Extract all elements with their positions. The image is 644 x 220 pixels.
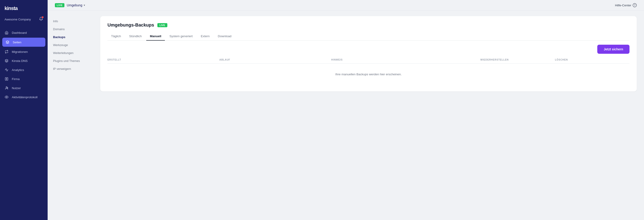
live-badge: LIVE: [55, 3, 64, 7]
sidebar-item-label: Kinsta DNS: [12, 59, 28, 62]
sidebar-item-label: Aktivitätenprotokoll: [12, 96, 38, 99]
tab-stuendlich[interactable]: Stündlich: [126, 32, 146, 40]
sidebar-item-label: Firma: [12, 77, 20, 81]
topbar-left: LIVE Umgebung ▾: [55, 3, 85, 7]
kinsta-logo: kinsta: [4, 5, 25, 13]
company-area: Awesome Company: [0, 17, 48, 26]
sidebar-item-firma[interactable]: Firma: [0, 74, 48, 84]
table-header: ERSTELLT ABLAUF HINWEIS WIEDERHERSTELLEN…: [108, 56, 630, 64]
tab-system[interactable]: System generiert: [166, 32, 196, 40]
svg-point-3: [6, 87, 7, 88]
col-wiederherstellen: WIEDERHERSTELLEN: [480, 58, 555, 61]
sidebar-item-seiten[interactable]: Seiten: [2, 38, 45, 47]
sidebar-nav: Dashboard Seiten Migrationen Kinsta DNS: [0, 26, 48, 104]
svg-text:kinsta: kinsta: [4, 6, 18, 11]
sidebar-item-analytics[interactable]: Analytics: [0, 65, 48, 74]
sidebar-item-dashboard[interactable]: Dashboard: [0, 28, 48, 37]
sidebar-item-kinsta-dns[interactable]: Kinsta DNS: [0, 56, 48, 65]
logo-area: kinsta: [0, 0, 48, 17]
sidebar-item-aktivitaet[interactable]: Aktivitätenprotokoll: [0, 92, 48, 102]
dns-icon: [4, 59, 8, 63]
chevron-down-icon: ▾: [84, 4, 85, 7]
sec-nav-domains[interactable]: Domains: [48, 26, 93, 33]
sec-nav-backups[interactable]: Backups: [48, 33, 93, 41]
user-add-icon: [4, 86, 8, 90]
help-circle-icon: ?: [633, 3, 637, 7]
table-empty-message: Ihre manuellen Backups werden hier ersch…: [108, 64, 630, 85]
sec-nav-werkzeuge[interactable]: Werkzeuge: [48, 41, 93, 49]
sidebar-item-label: Seiten: [13, 40, 21, 44]
notification-bell[interactable]: [39, 17, 43, 22]
sidebar-item-migrationen[interactable]: Migrationen: [0, 47, 48, 56]
arrows-icon: [4, 50, 8, 54]
main-area: LIVE Umgebung ▾ Hilfe-Center ? Info Doma…: [48, 0, 644, 220]
tab-extern[interactable]: Extern: [197, 32, 213, 40]
col-loeschen: LÖSCHEN: [555, 58, 630, 61]
col-ablauf: ABLAUF: [219, 58, 331, 61]
sidebar-item-nutzer[interactable]: Nutzer: [0, 84, 48, 92]
company-name: Awesome Company: [4, 18, 31, 21]
sec-nav-weiterleitungen[interactable]: Weiterleitungen: [48, 49, 93, 57]
sidebar-item-label: Dashboard: [12, 31, 27, 34]
tab-download[interactable]: Download: [214, 32, 235, 40]
sidebar-item-label: Migrationen: [12, 50, 28, 54]
card-header: Umgebungs-Backups LIVE: [108, 22, 630, 28]
tab-manuell[interactable]: Manuell: [146, 32, 165, 40]
layers-icon: [6, 40, 10, 44]
page-content: Umgebungs-Backups LIVE Täglich Stündlich…: [93, 11, 644, 220]
jetzt-sichern-button[interactable]: Jetzt sichern: [597, 45, 630, 54]
notification-dot: [42, 16, 44, 18]
eye-icon: [4, 95, 8, 99]
environment-dropdown[interactable]: Umgebung ▾: [67, 4, 85, 7]
col-erstellt: ERSTELLT: [108, 58, 219, 61]
sidebar: kinsta Awesome Company Dashboard Seiten: [0, 0, 48, 220]
environment-label: Umgebung: [67, 4, 82, 7]
secondary-nav: Info Domains Backups Werkzeuge Weiterlei…: [48, 11, 93, 220]
content-area: Info Domains Backups Werkzeuge Weiterlei…: [48, 11, 644, 220]
sec-nav-plugins[interactable]: Plugins und Themes: [48, 57, 93, 65]
sidebar-item-label: Analytics: [12, 68, 24, 72]
backup-card: Umgebungs-Backups LIVE Täglich Stündlich…: [100, 16, 637, 92]
sec-nav-info[interactable]: Info: [48, 18, 93, 25]
sec-nav-ip[interactable]: IP verweigern: [48, 65, 93, 72]
sidebar-item-label: Nutzer: [12, 86, 21, 90]
card-live-badge: LIVE: [157, 23, 167, 27]
tab-taeglich[interactable]: Täglich: [108, 32, 125, 40]
help-center-label: Hilfe-Center: [615, 4, 631, 7]
help-center-link[interactable]: Hilfe-Center ?: [615, 3, 637, 7]
svg-point-6: [6, 96, 7, 98]
backup-tabs: Täglich Stündlich Manuell System generie…: [108, 32, 630, 40]
building-icon: [4, 77, 8, 81]
topbar: LIVE Umgebung ▾ Hilfe-Center ?: [48, 0, 644, 11]
chart-icon: [4, 68, 8, 72]
svg-marker-1: [6, 40, 9, 42]
home-icon: [4, 30, 8, 35]
action-bar: Jetzt sichern: [108, 40, 630, 56]
col-hinweis: HINWEIS: [331, 58, 480, 61]
card-title: Umgebungs-Backups: [108, 22, 154, 28]
